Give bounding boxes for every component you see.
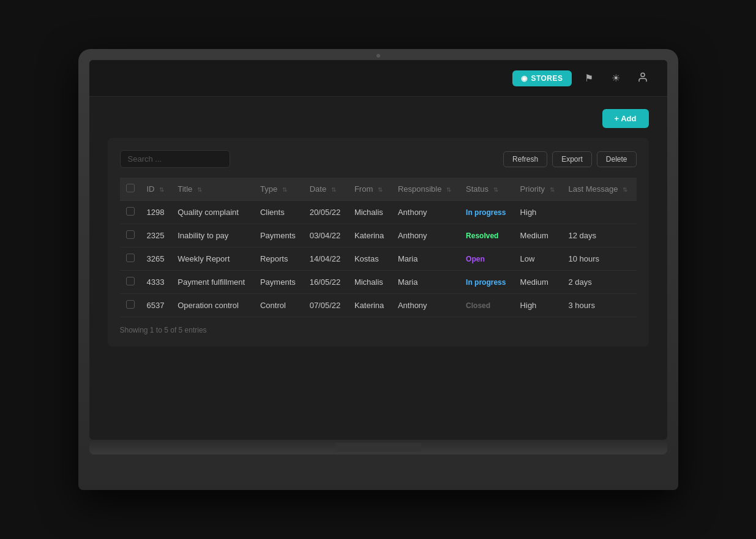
- cell-date: 20/05/22: [304, 201, 348, 224]
- cell-date: 16/05/22: [304, 271, 348, 294]
- header-type: Type ⇅: [254, 178, 304, 201]
- sort-icon-date: ⇅: [331, 186, 336, 193]
- delete-button[interactable]: Delete: [597, 151, 637, 167]
- add-button[interactable]: + Add: [602, 109, 649, 128]
- cell-date: 07/05/22: [304, 294, 348, 317]
- header-priority: Priority ⇅: [514, 178, 563, 201]
- cell-priority: Low: [514, 247, 563, 271]
- header-status: Status ⇅: [460, 178, 514, 201]
- cell-type: Reports: [254, 247, 304, 271]
- sort-icon-id: ⇅: [159, 186, 164, 193]
- cell-priority: High: [514, 201, 563, 224]
- row-checkbox-2[interactable]: [126, 254, 135, 262]
- header-checkbox-cell: [120, 178, 141, 201]
- row-checkbox-3[interactable]: [126, 277, 135, 285]
- theme-button[interactable]: ☀: [606, 69, 626, 88]
- cell-last-message: 3 hours: [563, 294, 637, 317]
- cell-responsible: Anthony: [392, 294, 460, 317]
- table-row: 3265 Weekly Report Reports 14/04/22 Kost…: [120, 247, 637, 271]
- table-container: Refresh Export Delete: [108, 138, 649, 347]
- cell-status: Resolved: [460, 224, 514, 247]
- flag-button[interactable]: ⚑: [579, 69, 599, 88]
- sun-icon: ☀: [612, 72, 620, 84]
- cell-from: Michalis: [348, 201, 392, 224]
- cell-title: Quality complaint: [171, 201, 254, 224]
- cell-id: 2325: [141, 224, 172, 247]
- cell-date: 14/04/22: [304, 247, 348, 271]
- refresh-label: Refresh: [512, 155, 538, 164]
- cell-priority: Medium: [514, 271, 563, 294]
- cell-last-message: 2 days: [563, 271, 637, 294]
- sort-icon-from: ⇅: [378, 186, 383, 193]
- header-last-message: Last Message ⇅: [563, 178, 637, 201]
- table-row: 2325 Inability to pay Payments 03/04/22 …: [120, 224, 637, 247]
- header-date: Date ⇅: [304, 178, 348, 201]
- main-content: + Add Refresh Export: [89, 97, 667, 440]
- row-checkbox-4[interactable]: [126, 300, 135, 309]
- header-from: From ⇅: [348, 178, 392, 201]
- cell-title: Operation control: [171, 294, 254, 317]
- sort-icon-last-message: ⇅: [623, 186, 627, 193]
- svg-point-0: [641, 73, 645, 77]
- row-checkbox-0[interactable]: [126, 207, 135, 216]
- navbar: ◉ STORES ⚑ ☀: [89, 60, 667, 97]
- cell-last-message: 10 hours: [563, 247, 637, 271]
- data-table: ID ⇅ Title ⇅ Type ⇅ Date ⇅ From ⇅ Respon…: [120, 178, 637, 317]
- search-input[interactable]: [120, 150, 230, 168]
- flag-icon: ⚑: [585, 72, 593, 84]
- cell-responsible: Anthony: [392, 201, 460, 224]
- export-label: Export: [561, 155, 583, 164]
- table-row: 4333 Payment fulfillment Payments 16/05/…: [120, 271, 637, 294]
- row-checkbox-cell: [120, 224, 141, 247]
- status-badge: In progress: [466, 278, 506, 287]
- status-badge: In progress: [466, 208, 506, 217]
- stores-button[interactable]: ◉ STORES: [512, 70, 572, 86]
- status-badge: Closed: [466, 301, 490, 310]
- sort-icon-title: ⇅: [197, 186, 202, 193]
- cell-status: In progress: [460, 271, 514, 294]
- user-icon: [637, 72, 648, 85]
- cell-type: Payments: [254, 224, 304, 247]
- refresh-button[interactable]: Refresh: [503, 151, 547, 167]
- delete-label: Delete: [606, 155, 627, 164]
- cell-from: Katerina: [348, 224, 392, 247]
- cell-responsible: Maria: [392, 247, 460, 271]
- status-badge: Open: [466, 255, 485, 263]
- cell-status: In progress: [460, 201, 514, 224]
- navbar-actions: ◉ STORES ⚑ ☀: [512, 69, 653, 88]
- toolbar-buttons: Refresh Export Delete: [503, 151, 636, 167]
- add-label: + Add: [615, 114, 637, 123]
- select-all-checkbox[interactable]: [126, 184, 135, 192]
- cell-last-message: [563, 201, 637, 224]
- cell-id: 6537: [141, 294, 172, 317]
- user-button[interactable]: [633, 69, 653, 88]
- sort-icon-responsible: ⇅: [446, 186, 451, 193]
- cell-type: Control: [254, 294, 304, 317]
- status-badge: Resolved: [466, 232, 498, 240]
- row-checkbox-cell: [120, 271, 141, 294]
- cell-type: Payments: [254, 271, 304, 294]
- header-title: Title ⇅: [171, 178, 254, 201]
- cell-responsible: Maria: [392, 271, 460, 294]
- header-responsible: Responsible ⇅: [392, 178, 460, 201]
- cell-title: Payment fulfillment: [171, 271, 254, 294]
- table-toolbar: Refresh Export Delete: [120, 150, 637, 168]
- location-icon: ◉: [521, 74, 528, 83]
- cell-responsible: Anthony: [392, 224, 460, 247]
- cell-from: Katerina: [348, 294, 392, 317]
- row-checkbox-cell: [120, 201, 141, 224]
- stores-label: STORES: [531, 74, 563, 83]
- sort-icon-priority: ⇅: [550, 186, 555, 193]
- export-button[interactable]: Export: [552, 151, 592, 167]
- sort-icon-status: ⇅: [493, 186, 498, 193]
- cell-title: Weekly Report: [171, 247, 254, 271]
- cell-id: 3265: [141, 247, 172, 271]
- cell-status: Open: [460, 247, 514, 271]
- entries-info: Showing 1 to 5 of 5 entries: [120, 326, 637, 334]
- cell-type: Clients: [254, 201, 304, 224]
- table-row: 1298 Quality complaint Clients 20/05/22 …: [120, 201, 637, 224]
- row-checkbox-1[interactable]: [126, 230, 135, 239]
- cell-date: 03/04/22: [304, 224, 348, 247]
- row-checkbox-cell: [120, 294, 141, 317]
- sort-icon-type: ⇅: [282, 186, 287, 193]
